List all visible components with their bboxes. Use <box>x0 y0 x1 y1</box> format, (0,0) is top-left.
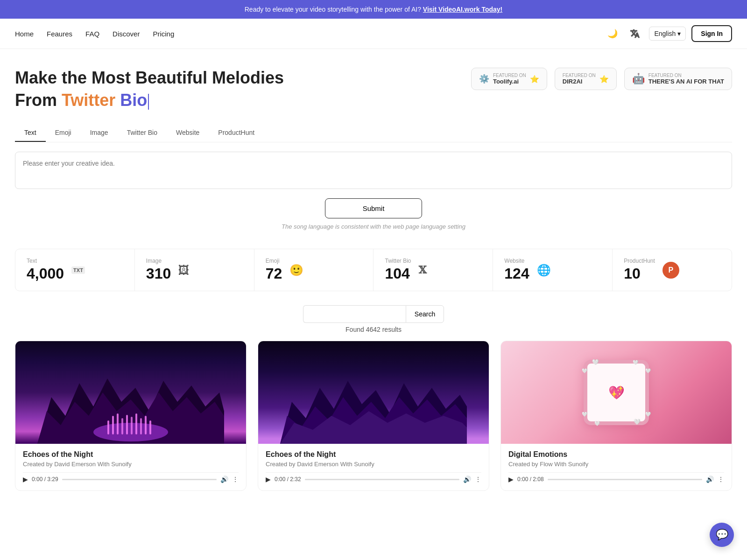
banner-link[interactable]: Visit VideoAI.work Today! <box>423 6 502 13</box>
hero-twitter: Twitter <box>62 91 120 110</box>
cards-grid: Echoes of the Night Created by David Eme… <box>0 341 747 510</box>
tab-emoji[interactable]: Emoji <box>46 124 81 142</box>
stat-ph-number: 10 <box>624 265 655 282</box>
nav-faq[interactable]: FAQ <box>85 30 99 38</box>
card-2-time: 0:00 / 2:32 <box>275 476 301 483</box>
card-1-more[interactable]: ⋮ <box>232 476 239 483</box>
hero-from: From <box>15 91 62 110</box>
card-2-audio: ▶ 0:00 / 2:32 🔊 ⋮ <box>266 472 481 488</box>
card-3-progress[interactable] <box>548 479 702 480</box>
lang-label: English <box>654 30 676 37</box>
badge-dir2ai-label: FEATURED ON <box>563 73 596 78</box>
search-input[interactable] <box>303 305 406 323</box>
hero-title-line1: Make the Most Beautiful Melodies <box>15 68 452 88</box>
search-button[interactable]: Search <box>406 305 444 323</box>
dark-mode-toggle[interactable]: 🌙 <box>604 25 621 42</box>
card-1-audio: ▶ 0:00 / 3:29 🔊 ⋮ <box>23 472 239 488</box>
card-3-info: Digital Emotions Created by Flow With Su… <box>501 444 732 490</box>
submit-button[interactable]: Submit <box>325 198 423 218</box>
card-3-title: Digital Emotions <box>508 450 724 459</box>
nav-home[interactable]: Home <box>15 30 34 38</box>
badge-dir2ai: FEATURED ON DIR2AI ⭐ <box>555 68 617 90</box>
tab-image[interactable]: Image <box>81 124 118 142</box>
hero-bio: Bio <box>120 91 147 110</box>
card-2-title: Echoes of the Night <box>266 450 481 459</box>
card-3: 💖 🤍 🤍 🤍 🤍 🤍 🤍 🤍 🤍 Digital Emotions Creat… <box>500 341 732 491</box>
card-2-image <box>258 341 489 444</box>
card-1-play[interactable]: ▶ <box>23 476 28 483</box>
star-icon: ⭐ <box>530 75 539 84</box>
svg-rect-11 <box>145 416 147 434</box>
card-1-creator: Created by David Emerson With Sunoify <box>23 461 239 468</box>
sign-in-button[interactable]: Sign In <box>691 25 732 42</box>
svg-rect-10 <box>140 418 142 434</box>
card-2-creator: Created by David Emerson With Sunoify <box>266 461 481 468</box>
stat-ph-label: ProductHunt <box>624 258 655 264</box>
card-2-play[interactable]: ▶ <box>266 476 271 483</box>
card-3-volume[interactable]: 🔊 <box>706 476 714 483</box>
tab-producthunt[interactable]: ProductHunt <box>209 124 264 142</box>
txt-icon: TXT <box>71 266 85 274</box>
card-1-progress[interactable] <box>62 479 217 480</box>
stat-twitter-number: 104 <box>385 265 411 282</box>
stat-emoji-label: Emoji <box>266 258 282 264</box>
card-1-volume[interactable]: 🔊 <box>220 476 228 483</box>
stat-text: Text 4,000 TXT <box>15 249 135 291</box>
nav-discover[interactable]: Discover <box>113 30 140 38</box>
search-row: Search <box>0 301 747 326</box>
banner-text: Ready to elevate your video storytelling… <box>245 6 421 13</box>
badge-toolify-name: Toolify.ai <box>493 78 526 85</box>
stat-emoji-number: 72 <box>266 265 282 282</box>
card-1-title: Echoes of the Night <box>23 450 239 459</box>
card-2: Echoes of the Night Created by David Eme… <box>258 341 489 491</box>
svg-rect-4 <box>112 416 114 434</box>
emoji-icon: 🙂 <box>289 264 303 277</box>
card-1-time: 0:00 / 3:29 <box>32 476 58 483</box>
tab-text[interactable]: Text <box>15 124 46 142</box>
gear-icon: ⚙️ <box>479 74 489 84</box>
card-2-progress[interactable] <box>305 479 459 480</box>
translate-icon[interactable] <box>627 25 643 42</box>
stat-producthunt: ProductHunt 10 P <box>613 249 732 291</box>
tab-twitter-bio[interactable]: Twitter Bio <box>118 124 167 142</box>
card-3-more[interactable]: ⋮ <box>718 476 724 483</box>
stat-image-number: 310 <box>146 265 171 282</box>
card-2-more[interactable]: ⋮ <box>475 476 481 483</box>
svg-rect-5 <box>117 413 119 434</box>
card-3-creator: Created by Flow With Sunoify <box>508 461 724 468</box>
svg-rect-7 <box>126 415 128 434</box>
svg-rect-6 <box>121 418 123 434</box>
card-3-play[interactable]: ▶ <box>508 476 514 483</box>
nav-right: 🌙 English ▾ Sign In <box>604 25 732 42</box>
nav-links: Home Feaures FAQ Discover Pricing <box>15 30 591 38</box>
robot-icon: 🤖 <box>632 73 645 85</box>
stat-text-number: 4,000 <box>27 265 64 282</box>
nav-features[interactable]: Feaures <box>47 30 72 38</box>
card-3-image: 💖 🤍 🤍 🤍 🤍 🤍 🤍 🤍 🤍 <box>501 341 732 444</box>
stat-image-label: Image <box>146 258 171 264</box>
language-selector[interactable]: English ▾ <box>649 27 686 41</box>
stat-website: Website 124 🌐 <box>493 249 613 291</box>
hero-text: Make the Most Beautiful Melodies From Tw… <box>15 68 452 110</box>
cursor-blink <box>148 94 149 110</box>
image-icon: 🖼 <box>178 264 190 277</box>
card-1: Echoes of the Night Created by David Eme… <box>15 341 247 491</box>
badge-dir2ai-name: DIR2AI <box>563 78 596 85</box>
submit-hint: The song language is consistent with the… <box>15 223 732 230</box>
tabs-row: Text Emoji Image Twitter Bio Website Pro… <box>15 124 732 142</box>
hero-badges: ⚙️ FEATURED ON Toolify.ai ⭐ FEATURED ON … <box>471 68 732 90</box>
badge-aiforthat: 🤖 FEATURED ON THERE'S AN AI FOR THAT <box>624 68 732 90</box>
card-1-info: Echoes of the Night Created by David Eme… <box>15 444 246 490</box>
card-2-volume[interactable]: 🔊 <box>463 476 471 483</box>
results-count: Found 4642 results <box>0 326 747 333</box>
badge-toolify: ⚙️ FEATURED ON Toolify.ai ⭐ <box>471 68 547 90</box>
badge-aiforthat-label: FEATURED ON <box>648 73 724 78</box>
input-area: Submit The song language is consistent w… <box>0 142 747 239</box>
stats-row: Text 4,000 TXT Image 310 🖼 Emoji 72 🙂 Tw… <box>15 249 732 291</box>
tab-website[interactable]: Website <box>167 124 209 142</box>
card-2-info: Echoes of the Night Created by David Eme… <box>258 444 489 490</box>
globe-icon: 🌐 <box>537 264 551 277</box>
creative-idea-input[interactable] <box>15 152 732 189</box>
stat-twitter-label: Twitter Bio <box>385 258 411 264</box>
nav-pricing[interactable]: Pricing <box>153 30 174 38</box>
